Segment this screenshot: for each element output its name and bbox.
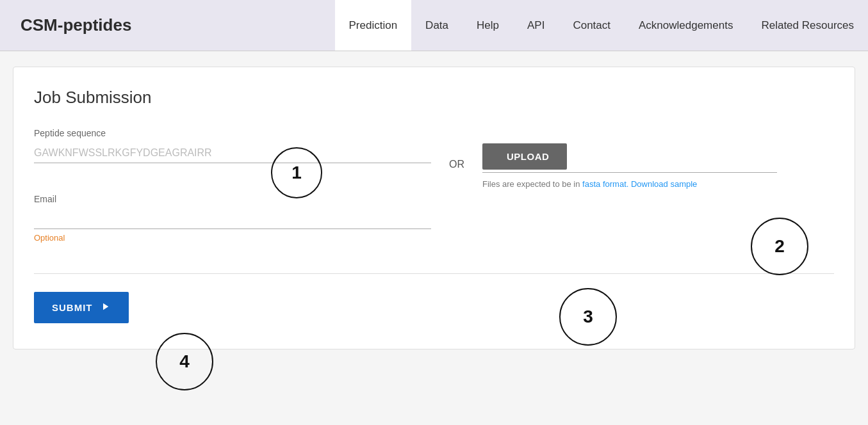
- nav-item-acknowledgements[interactable]: Acknowledgements: [625, 0, 747, 51]
- submit-button[interactable]: SUBMIT: [34, 292, 129, 323]
- fasta-note: Files are expected to be in fasta format…: [482, 179, 834, 189]
- peptide-label: Peptide sequence: [34, 128, 431, 138]
- or-text: OR: [449, 159, 464, 170]
- annotation-number-4: 4: [179, 351, 190, 372]
- or-divider: OR: [431, 128, 482, 170]
- nav-item-help[interactable]: Help: [463, 0, 513, 51]
- left-column: Peptide sequence Email Optional: [34, 128, 431, 243]
- upload-area: UPLOAD: [482, 143, 777, 173]
- upload-button[interactable]: UPLOAD: [482, 143, 567, 170]
- nav-item-related-resources[interactable]: Related Resources: [747, 0, 868, 51]
- main-nav: Prediction Data Help API Contact Acknowl…: [335, 0, 869, 51]
- peptide-sequence-input[interactable]: [34, 143, 431, 163]
- submit-arrow-icon: [99, 301, 111, 314]
- annotation-4: 4: [156, 333, 213, 390]
- nav-item-prediction[interactable]: Prediction: [335, 0, 412, 51]
- nav-item-data[interactable]: Data: [411, 0, 463, 51]
- download-sample-link[interactable]: Download sample: [631, 179, 697, 189]
- nav-item-api[interactable]: API: [513, 0, 559, 51]
- app-title: CSM-peptides: [0, 0, 152, 51]
- email-label: Email: [34, 194, 431, 204]
- fasta-format-link[interactable]: fasta format.: [582, 179, 628, 189]
- optional-text: Optional: [34, 233, 431, 243]
- nav-item-contact[interactable]: Contact: [559, 0, 625, 51]
- form-section: Peptide sequence Email Optional OR: [34, 128, 834, 243]
- job-submission-card: Job Submission Peptide sequence Email Op…: [13, 67, 855, 349]
- right-column: UPLOAD Files are expected to be in fasta…: [482, 128, 834, 189]
- card-title: Job Submission: [34, 88, 834, 108]
- email-input[interactable]: [34, 209, 431, 229]
- main-content: Job Submission Peptide sequence Email Op…: [0, 51, 868, 365]
- submit-section: SUBMIT: [34, 273, 834, 323]
- upload-label: UPLOAD: [507, 151, 549, 162]
- email-section: Email Optional: [34, 194, 431, 243]
- fasta-note-text: Files are expected to be in: [482, 179, 580, 189]
- submit-label: SUBMIT: [52, 302, 93, 313]
